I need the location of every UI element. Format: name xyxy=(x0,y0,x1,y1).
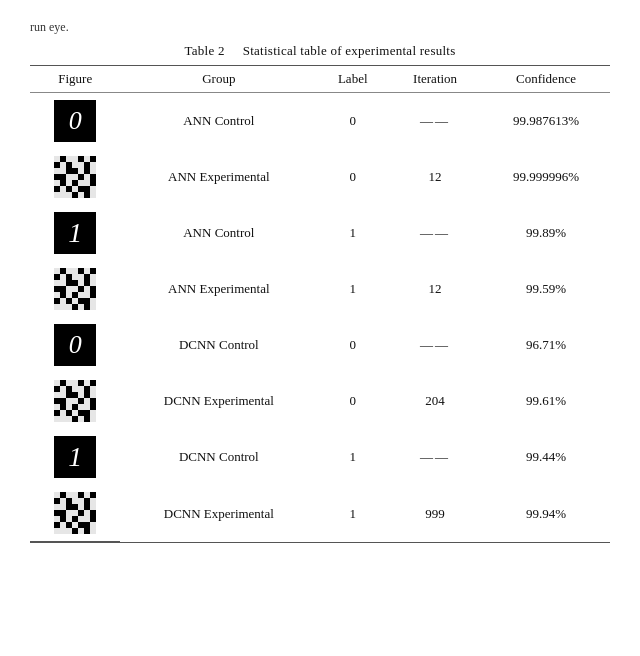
label-cell: 1 xyxy=(317,205,388,261)
col-header-figure: Figure xyxy=(30,66,120,93)
svg-rect-34 xyxy=(90,274,96,280)
svg-rect-2 xyxy=(72,156,78,162)
iteration-cell: —— xyxy=(388,93,482,150)
svg-rect-90 xyxy=(60,504,66,510)
svg-rect-54 xyxy=(54,380,60,386)
svg-rect-81 xyxy=(54,492,60,498)
svg-rect-51 xyxy=(66,304,72,310)
svg-rect-55 xyxy=(66,380,72,386)
svg-rect-66 xyxy=(66,398,72,404)
svg-rect-53 xyxy=(90,304,96,310)
svg-rect-24 xyxy=(66,192,72,198)
svg-rect-0 xyxy=(54,156,60,162)
svg-rect-50 xyxy=(60,304,66,310)
svg-rect-60 xyxy=(78,386,84,392)
svg-rect-36 xyxy=(60,280,66,286)
svg-rect-30 xyxy=(84,268,90,274)
svg-rect-99 xyxy=(84,516,90,522)
col-header-group: Group xyxy=(120,66,317,93)
svg-rect-86 xyxy=(72,498,78,504)
iteration-cell: 12 xyxy=(388,261,482,317)
svg-rect-52 xyxy=(78,304,84,310)
svg-rect-67 xyxy=(72,398,78,404)
figure-cell xyxy=(30,149,120,205)
svg-rect-79 xyxy=(78,416,84,422)
svg-rect-16 xyxy=(66,180,72,186)
svg-rect-89 xyxy=(54,504,60,510)
col-header-confidence: Confidence xyxy=(482,66,610,93)
svg-rect-107 xyxy=(90,528,96,534)
svg-rect-31 xyxy=(60,274,66,280)
svg-rect-71 xyxy=(78,404,84,410)
svg-rect-26 xyxy=(90,192,96,198)
svg-rect-57 xyxy=(84,380,90,386)
svg-rect-18 xyxy=(84,180,90,186)
svg-rect-92 xyxy=(90,504,96,510)
svg-rect-5 xyxy=(72,162,78,168)
svg-rect-87 xyxy=(78,498,84,504)
svg-rect-70 xyxy=(66,404,72,410)
label-cell: 0 xyxy=(317,373,388,429)
svg-rect-3 xyxy=(84,156,90,162)
svg-rect-10 xyxy=(78,168,84,174)
figure-cell: 1 xyxy=(30,205,120,261)
iteration-cell: —— xyxy=(388,205,482,261)
svg-rect-46 xyxy=(60,298,66,304)
results-table: Figure Group Label Iteration Confidence … xyxy=(30,65,610,543)
svg-rect-12 xyxy=(66,174,72,180)
svg-rect-47 xyxy=(72,298,78,304)
svg-rect-58 xyxy=(60,386,66,392)
svg-rect-43 xyxy=(66,292,72,298)
label-cell: 0 xyxy=(317,317,388,373)
svg-rect-32 xyxy=(72,274,78,280)
label-cell: 0 xyxy=(317,93,388,150)
svg-rect-72 xyxy=(84,404,90,410)
svg-rect-64 xyxy=(78,392,84,398)
label-cell: 0 xyxy=(317,149,388,205)
svg-rect-63 xyxy=(60,392,66,398)
table-row: 0ANN Control0——99.987613% xyxy=(30,93,610,150)
svg-rect-49 xyxy=(54,304,60,310)
svg-rect-68 xyxy=(84,398,90,404)
svg-rect-56 xyxy=(72,380,78,386)
svg-rect-82 xyxy=(66,492,72,498)
svg-rect-103 xyxy=(54,528,60,534)
group-cell: DCNN Experimental xyxy=(120,373,317,429)
svg-rect-80 xyxy=(90,416,96,422)
svg-rect-20 xyxy=(72,186,78,192)
svg-rect-98 xyxy=(78,516,84,522)
svg-rect-4 xyxy=(60,162,66,168)
page-note: run eye. xyxy=(30,20,610,35)
svg-rect-33 xyxy=(78,274,84,280)
confidence-cell: 99.987613% xyxy=(482,93,610,150)
svg-rect-97 xyxy=(66,516,72,522)
svg-rect-17 xyxy=(78,180,84,186)
svg-rect-21 xyxy=(90,186,96,192)
confidence-cell: 99.999996% xyxy=(482,149,610,205)
svg-rect-14 xyxy=(84,174,90,180)
group-cell: DCNN Control xyxy=(120,317,317,373)
figure-cell xyxy=(30,261,120,317)
svg-rect-37 xyxy=(78,280,84,286)
confidence-cell: 99.44% xyxy=(482,429,610,485)
svg-rect-61 xyxy=(90,386,96,392)
figure-cell xyxy=(30,373,120,429)
svg-rect-95 xyxy=(84,510,90,516)
table-row: DCNN Experimental020499.61% xyxy=(30,373,610,429)
svg-rect-77 xyxy=(60,416,66,422)
svg-rect-1 xyxy=(66,156,72,162)
table-title: Table 2Statistical table of experimental… xyxy=(30,43,610,59)
svg-rect-104 xyxy=(60,528,66,534)
svg-rect-105 xyxy=(66,528,72,534)
confidence-cell: 99.59% xyxy=(482,261,610,317)
group-cell: ANN Experimental xyxy=(120,149,317,205)
svg-rect-65 xyxy=(90,392,96,398)
svg-rect-101 xyxy=(72,522,78,528)
iteration-cell: 204 xyxy=(388,373,482,429)
confidence-cell: 99.89% xyxy=(482,205,610,261)
svg-rect-93 xyxy=(66,510,72,516)
svg-rect-42 xyxy=(54,292,60,298)
svg-rect-91 xyxy=(78,504,84,510)
svg-rect-73 xyxy=(60,410,66,416)
svg-rect-96 xyxy=(54,516,60,522)
